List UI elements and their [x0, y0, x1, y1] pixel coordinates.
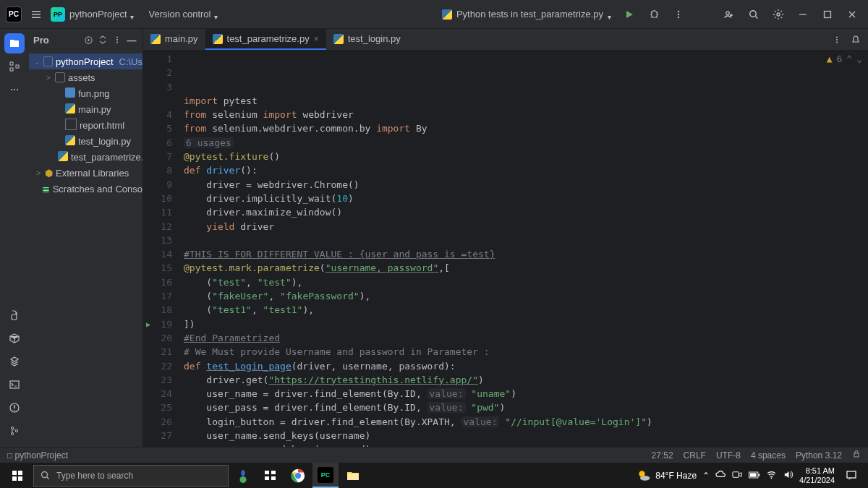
tree-item[interactable]: report.html: [29, 117, 142, 133]
project-tree[interactable]: ⌄ pythonProject C:\Us >assetsfun.pngmain…: [29, 51, 142, 200]
project-selector[interactable]: pythonProject: [69, 9, 137, 20]
file-encoding[interactable]: UTF-8: [716, 450, 741, 461]
caret-down-icon: ⌄: [33, 58, 41, 66]
svg-rect-28: [12, 471, 17, 475]
library-icon: ⬢: [45, 168, 53, 179]
svg-point-17: [11, 432, 13, 435]
structure-tool-button[interactable]: [4, 56, 25, 77]
tree-item[interactable]: test_parametrize.p: [29, 149, 142, 165]
notifications-button[interactable]: [848, 32, 864, 48]
tree-item-label: test_parametrize.p: [71, 152, 142, 163]
tree-item-label: test_login.py: [78, 136, 131, 147]
status-project[interactable]: □ pythonProject: [7, 450, 68, 461]
weather-widget[interactable]: 84°F Haze: [637, 468, 697, 483]
select-opened-file-button[interactable]: [82, 33, 95, 46]
code-content[interactable]: ▲ 6 ⌃ ⌄ import pytestfrom selenium impor…: [178, 51, 868, 447]
svg-point-33: [239, 476, 246, 482]
main-menu-button[interactable]: [26, 4, 46, 25]
chevron-down-icon: [214, 11, 221, 18]
action-center-button[interactable]: [841, 463, 862, 488]
explorer-taskbar-icon[interactable]: [340, 463, 366, 488]
warning-icon: ▲: [827, 52, 833, 66]
close-icon[interactable]: ×: [314, 34, 319, 44]
scratch-icon: ≣: [42, 184, 50, 194]
chevron-up-icon[interactable]: ⌃: [846, 52, 852, 66]
python-interpreter[interactable]: Python 3.12: [796, 450, 842, 461]
code-with-me-button[interactable]: [719, 4, 739, 25]
inspection-widget[interactable]: ▲ 6 ⌃ ⌄: [827, 52, 862, 66]
chevron-down-icon[interactable]: ⌄: [856, 52, 862, 66]
window-minimize-button[interactable]: [793, 4, 813, 25]
volume-icon[interactable]: [783, 469, 793, 482]
battery-icon[interactable]: [749, 471, 760, 481]
clock-time: 8:51 AM: [799, 466, 835, 476]
tree-item[interactable]: main.py: [29, 101, 142, 117]
svg-point-5: [777, 13, 780, 16]
line-separator[interactable]: CRLF: [684, 450, 706, 461]
hide-panel-button[interactable]: —: [125, 33, 138, 46]
usages-hint[interactable]: 6 usages: [184, 137, 234, 148]
panel-options-button[interactable]: [111, 33, 124, 46]
tab-options-button[interactable]: [829, 32, 845, 48]
taskbar-clock[interactable]: 8:51 AM 4/21/2024: [799, 466, 835, 485]
svg-point-18: [15, 429, 17, 432]
vcs-selector[interactable]: Version control: [149, 9, 221, 20]
tree-item[interactable]: ≣Scratches and Conso: [29, 181, 142, 197]
indent-setting[interactable]: 4 spaces: [751, 450, 786, 461]
svg-point-23: [116, 42, 118, 43]
more-tools-button[interactable]: [4, 80, 25, 100]
run-configuration-selector[interactable]: Python tests in test_parametrize.py: [442, 9, 615, 20]
svg-rect-7: [10, 62, 13, 65]
html-file-icon: [65, 119, 77, 132]
tray-expand-icon[interactable]: ⌃: [702, 471, 710, 481]
python-console-button[interactable]: [4, 305, 25, 325]
image-file-icon: [65, 87, 75, 100]
search-everywhere-button[interactable]: [744, 4, 764, 25]
svg-rect-31: [18, 476, 22, 481]
editor-tab[interactable]: main.py: [143, 29, 205, 50]
services-button[interactable]: [4, 351, 25, 372]
project-tool-button[interactable]: [4, 33, 25, 53]
expand-all-button[interactable]: [96, 33, 109, 46]
python-packages-button[interactable]: [4, 328, 25, 348]
settings-button[interactable]: [768, 4, 788, 25]
gutter-run-icon[interactable]: ▶: [143, 317, 153, 331]
caret-right-icon: >: [45, 74, 52, 82]
start-button[interactable]: [3, 463, 32, 488]
tab-label: test_login.py: [348, 33, 401, 44]
window-maximize-button[interactable]: [817, 4, 838, 25]
tree-root[interactable]: ⌄ pythonProject C:\Us: [29, 53, 142, 69]
terminal-button[interactable]: [4, 374, 25, 395]
tree-root-label: pythonProject: [56, 56, 114, 67]
svg-rect-6: [825, 11, 831, 17]
more-actions-button[interactable]: [668, 4, 689, 25]
svg-rect-46: [750, 473, 757, 476]
tree-item[interactable]: >assets: [29, 69, 142, 85]
pycharm-taskbar-icon[interactable]: PC: [312, 463, 339, 488]
svg-rect-48: [847, 471, 856, 478]
svg-rect-40: [347, 474, 359, 480]
tree-item[interactable]: test_login.py: [29, 133, 142, 149]
wifi-icon[interactable]: [766, 469, 777, 482]
onedrive-icon[interactable]: [715, 469, 726, 482]
editor-tab[interactable]: test_parametrize.py×: [205, 29, 326, 50]
python-icon: [333, 34, 344, 44]
meet-now-icon[interactable]: [732, 469, 743, 482]
tree-item[interactable]: >⬢External Libraries: [29, 165, 142, 181]
main-toolbar: PC PP pythonProject Version control Pyth…: [0, 0, 868, 29]
problems-button[interactable]: [4, 398, 25, 418]
vcs-tool-button[interactable]: [4, 421, 25, 441]
taskbar-search[interactable]: Type here to search: [33, 465, 229, 487]
window-close-button[interactable]: [842, 4, 862, 25]
editor-tab[interactable]: test_login.py: [326, 29, 408, 50]
code-editor[interactable]: ▶ 123 4567891011121314151617181920212223…: [143, 51, 868, 447]
lock-icon[interactable]: [852, 450, 861, 461]
task-view-button[interactable]: [258, 463, 284, 488]
caret-position[interactable]: 27:52: [652, 450, 673, 461]
caret-right-icon: >: [35, 169, 42, 177]
chrome-taskbar-icon[interactable]: [285, 463, 311, 488]
run-button[interactable]: [619, 4, 639, 25]
tree-item[interactable]: fun.png: [29, 85, 142, 101]
debug-button[interactable]: [644, 4, 664, 25]
taskbar-widget-icon[interactable]: [230, 463, 256, 488]
